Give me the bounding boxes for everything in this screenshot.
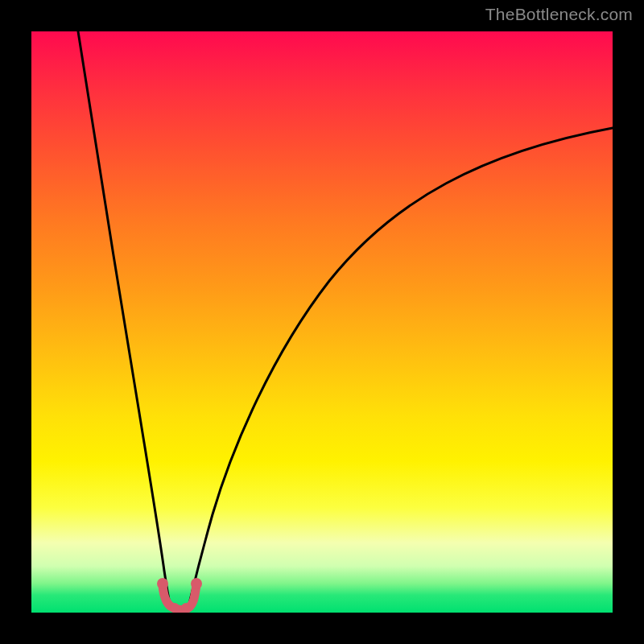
curve-layer (31, 31, 613, 613)
plot-area (31, 31, 613, 613)
curve-left-branch (78, 31, 170, 604)
curve-right-branch (189, 128, 613, 604)
valley-marker-dot-left (157, 578, 168, 589)
valley-marker-dot-right (191, 578, 202, 589)
valley-marker-dot-mid2 (181, 603, 191, 613)
watermark-text: TheBottleneck.com (485, 5, 633, 24)
chart-frame: TheBottleneck.com (0, 0, 644, 644)
valley-marker-dot-mid (170, 603, 180, 613)
